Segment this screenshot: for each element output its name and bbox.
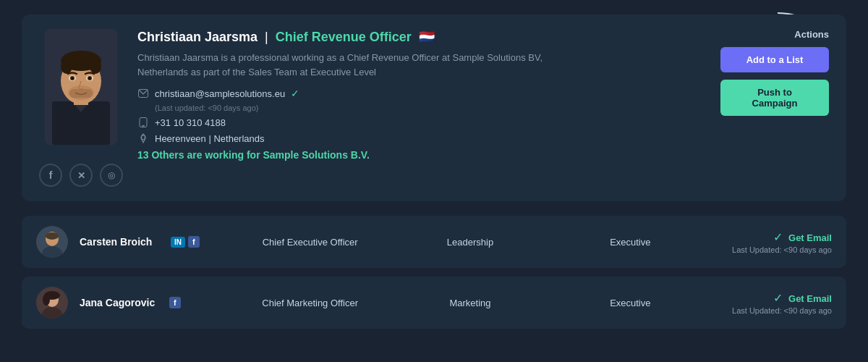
last-updated-1: Last Updated: <90 days ago <box>716 306 832 315</box>
svg-point-29 <box>43 294 50 306</box>
push-to-campaign-button[interactable]: Push to Campaign <box>720 80 829 116</box>
name-separator: | <box>265 30 268 45</box>
person-row-0: Carsten Broich IN f Chief Executive Offi… <box>22 216 846 268</box>
phone-icon <box>137 117 149 128</box>
person-level-1: Executive <box>556 298 705 308</box>
facebook-social-icon[interactable]: f <box>39 164 62 187</box>
twitter-social-icon[interactable]: ✕ <box>69 164 93 187</box>
person-name-badges-0: Carsten Broich IN f <box>80 236 224 248</box>
location-text: Heerenveen | Netherlands <box>155 133 265 144</box>
phone-row: +31 10 310 4188 <box>137 117 829 128</box>
get-email-link-0[interactable]: Get Email <box>788 232 832 243</box>
actions-panel: Actions Add to a List Push to Campaign <box>720 29 829 116</box>
person-avatar-0 <box>36 226 68 258</box>
facebook-badge-0[interactable]: f <box>188 236 200 248</box>
svg-point-24 <box>46 232 59 240</box>
person-name-1: Jana Cagorovic <box>80 297 166 308</box>
location-icon <box>137 132 149 144</box>
person-avatar-1 <box>36 287 68 319</box>
profile-avatar <box>45 29 117 145</box>
twitter-icon-label: ✕ <box>77 170 85 181</box>
email-check-icon-1: ✓ <box>773 292 783 304</box>
person-dept-1: Marketing <box>396 298 544 308</box>
svg-rect-16 <box>69 89 93 98</box>
profile-name: Christiaan Jaarsma <box>137 30 258 45</box>
svg-point-8 <box>90 59 101 74</box>
location-row: Heerenveen | Netherlands <box>137 132 829 144</box>
last-updated-0: Last Updated: <90 days ago <box>716 245 832 254</box>
profile-description: Christiaan Jaarsma is a professional wor… <box>137 51 571 79</box>
person-name-0: Carsten Broich <box>80 236 166 248</box>
person-email-status-1: ✓ Get Email Last Updated: <90 days ago <box>716 291 832 315</box>
facebook-icon-label: f <box>49 169 53 181</box>
email-verified-icon: ✓ <box>291 88 299 99</box>
person-name-badges-1: Jana Cagorovic f <box>80 297 224 308</box>
instagram-icon-label: ◎ <box>108 170 115 180</box>
svg-point-15 <box>89 77 91 80</box>
person-role-1: Chief Marketing Officer <box>236 298 384 308</box>
linkedin-badge-0[interactable]: IN <box>171 237 185 248</box>
social-icons: f ✕ ◎ <box>39 164 123 187</box>
person-email-status-0: ✓ Get Email Last Updated: <90 days ago <box>716 230 832 254</box>
person-dept-0: Leadership <box>396 237 544 248</box>
email-address: christiaan@samplesolutions.eu <box>155 88 285 99</box>
email-check-icon-0: ✓ <box>773 231 783 243</box>
country-flag: 🇳🇱 <box>419 29 435 45</box>
actions-label: Actions <box>794 29 829 40</box>
person-role-0: Chief Executive Officer <box>236 237 384 248</box>
profile-title: Chief Revenue Officer <box>276 30 412 45</box>
svg-point-14 <box>72 77 74 80</box>
phone-number: +31 10 310 4188 <box>155 117 226 128</box>
instagram-social-icon[interactable]: ◎ <box>100 164 123 187</box>
person-row-1: Jana Cagorovic f Chief Marketing Officer… <box>22 277 846 329</box>
person-level-0: Executive <box>556 237 705 248</box>
add-to-list-button[interactable]: Add to a List <box>720 47 829 72</box>
facebook-badge-1[interactable]: f <box>169 297 181 308</box>
email-icon <box>137 88 149 99</box>
svg-point-7 <box>61 59 72 74</box>
others-company-link[interactable]: 13 Others are working for Sample Solutio… <box>137 149 370 161</box>
profile-card: f ✕ ◎ Christiaan Jaarsma | Chief Revenue… <box>22 14 846 201</box>
get-email-link-1[interactable]: Get Email <box>788 293 832 304</box>
profile-avatar-col: f ✕ ◎ <box>39 29 123 187</box>
svg-rect-19 <box>142 125 145 127</box>
main-container: f ✕ ◎ Christiaan Jaarsma | Chief Revenue… <box>0 0 868 352</box>
